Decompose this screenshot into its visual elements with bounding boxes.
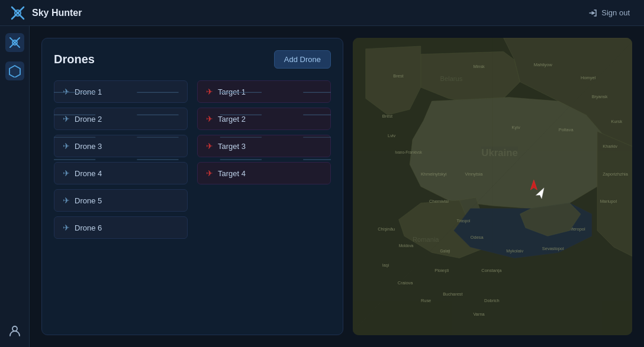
sidebar xyxy=(0,26,30,347)
svg-text:Moldova: Moldova xyxy=(399,244,414,248)
svg-text:Brest: Brest xyxy=(382,113,393,119)
svg-text:Mariupol: Mariupol xyxy=(600,199,617,204)
svg-text:Brest: Brest xyxy=(393,73,404,79)
sidebar-bottom xyxy=(5,321,24,340)
svg-marker-7 xyxy=(9,66,20,77)
svg-text:Dobrich: Dobrich xyxy=(484,298,500,303)
target-icon-1: ✈ xyxy=(206,87,213,96)
svg-text:Homyel: Homyel xyxy=(581,75,596,80)
sidebar-user-icon[interactable] xyxy=(5,321,24,340)
svg-text:Mahilyow: Mahilyow xyxy=(534,62,553,67)
svg-text:Ploieşti: Ploieşti xyxy=(434,268,449,273)
svg-text:Iaşi: Iaşi xyxy=(382,262,389,268)
svg-text:Mykolaiv: Mykolaiv xyxy=(506,248,523,254)
svg-text:Craiova: Craiova xyxy=(398,280,413,286)
sign-out-label: Sign out xyxy=(601,8,630,17)
svg-point-8 xyxy=(12,326,17,331)
svg-text:Ukraine: Ukraine xyxy=(481,147,517,158)
svg-text:Galaţi: Galaţi xyxy=(440,249,451,254)
drones-panel: Drones Add Drone ✈ Drone 1 ✈ Drone 2 xyxy=(41,38,343,335)
drone-label-5: Drone 5 xyxy=(75,196,102,205)
svg-text:Odesa: Odesa xyxy=(471,235,484,240)
drone-item-3[interactable]: ✈ Drone 3 xyxy=(54,135,188,157)
svg-text:Ivano-Frankivsk: Ivano-Frankivsk xyxy=(395,150,423,154)
drone-icon-4: ✈ xyxy=(63,168,70,178)
drone-label-4: Drone 4 xyxy=(75,169,102,178)
app-header: Sky Hunter Sign out xyxy=(0,0,644,26)
app-title: Sky Hunter xyxy=(32,8,82,18)
drone-label-3: Drone 3 xyxy=(75,142,102,151)
drone-item-4[interactable]: ✈ Drone 4 xyxy=(54,162,188,184)
main-area: Drones Add Drone ✈ Drone 1 ✈ Drone 2 xyxy=(0,26,644,347)
map-svg: Minsk Mahilyow Brest Homyel Bryansk Kurs… xyxy=(353,38,632,335)
svg-text:Zaporizhzhia: Zaporizhzhia xyxy=(603,171,628,177)
drone-item-1[interactable]: ✈ Drone 1 xyxy=(54,80,188,103)
target-item-1[interactable]: ✈ Target 1 xyxy=(197,80,331,103)
svg-text:Varna: Varna xyxy=(473,312,485,317)
drone-icon-6: ✈ xyxy=(63,223,70,232)
drones-list: ✈ Drone 1 ✈ Drone 2 ✈ Drone 3 xyxy=(54,80,188,239)
drone-item-5[interactable]: ✈ Drone 5 xyxy=(54,189,188,212)
panel-header: Drones Add Drone xyxy=(54,50,331,69)
target-label-1: Target 1 xyxy=(218,87,246,96)
drone-icon-3: ✈ xyxy=(63,141,70,151)
target-item-2[interactable]: ✈ Target 2 xyxy=(197,108,331,130)
target-icon-3: ✈ xyxy=(206,141,213,151)
targets-list: ✈ Target 1 ✈ Target 2 ✈ Target 3 xyxy=(197,80,331,239)
sidebar-logo-icon[interactable] xyxy=(5,33,24,52)
svg-text:Minsk: Minsk xyxy=(473,64,485,69)
drone-label-2: Drone 2 xyxy=(75,115,102,124)
drone-item-2[interactable]: ✈ Drone 2 xyxy=(54,108,188,130)
target-icon-2: ✈ xyxy=(206,114,213,124)
svg-text:Kharkiv: Kharkiv xyxy=(603,144,617,149)
drone-icon-5: ✈ xyxy=(63,196,70,205)
add-drone-button[interactable]: Add Drone xyxy=(274,50,331,69)
target-label-4: Target 4 xyxy=(218,169,246,178)
svg-text:Lviv: Lviv xyxy=(388,133,396,138)
svg-text:Vinnytsia: Vinnytsia xyxy=(465,171,483,177)
svg-text:Belarus: Belarus xyxy=(440,75,463,82)
sign-out-icon xyxy=(588,8,598,18)
svg-text:Chişinău: Chişinău xyxy=(378,226,395,232)
target-icon-4: ✈ xyxy=(206,168,213,178)
sidebar-drones-icon[interactable] xyxy=(5,61,24,80)
drone-icon-1: ✈ xyxy=(63,87,70,96)
target-item-3[interactable]: ✈ Target 3 xyxy=(197,135,331,157)
target-label-3: Target 3 xyxy=(218,142,246,151)
target-label-2: Target 2 xyxy=(218,115,246,124)
svg-text:Khmelnytskyi: Khmelnytskyi xyxy=(421,171,447,177)
header-left: Sky Hunter xyxy=(9,5,82,21)
sign-out-button[interactable]: Sign out xyxy=(584,6,635,20)
svg-text:Bryansk: Bryansk xyxy=(592,94,608,99)
app-logo xyxy=(9,5,26,21)
svg-text:Bucharest: Bucharest xyxy=(443,291,463,297)
drone-item-6[interactable]: ✈ Drone 6 xyxy=(54,216,188,239)
drone-label-1: Drone 1 xyxy=(75,87,102,96)
sidebar-top xyxy=(5,33,24,80)
svg-text:Kyiv: Kyiv xyxy=(512,125,520,130)
drone-label-6: Drone 6 xyxy=(75,223,102,232)
svg-text:Poltava: Poltava xyxy=(559,127,574,132)
svg-text:Constanţa: Constanţa xyxy=(481,268,502,273)
target-item-4[interactable]: ✈ Target 4 xyxy=(197,162,331,184)
lists-area: ✈ Drone 1 ✈ Drone 2 ✈ Drone 3 xyxy=(54,80,331,239)
svg-text:Chernivtsi: Chernivtsi xyxy=(429,199,449,204)
svg-text:Sevastopol: Sevastopol xyxy=(542,246,564,251)
map-area[interactable]: Minsk Mahilyow Brest Homyel Bryansk Kurs… xyxy=(353,38,632,335)
content-area: Drones Add Drone ✈ Drone 1 ✈ Drone 2 xyxy=(30,26,644,347)
svg-text:Tiraspol: Tiraspol xyxy=(456,219,470,223)
svg-text:Kursk: Kursk xyxy=(611,119,622,124)
drone-icon-2: ✈ xyxy=(63,114,70,124)
svg-text:Ruse: Ruse xyxy=(421,298,431,303)
panel-title: Drones xyxy=(54,53,95,66)
svg-text:Romania: Romania xyxy=(413,236,439,243)
